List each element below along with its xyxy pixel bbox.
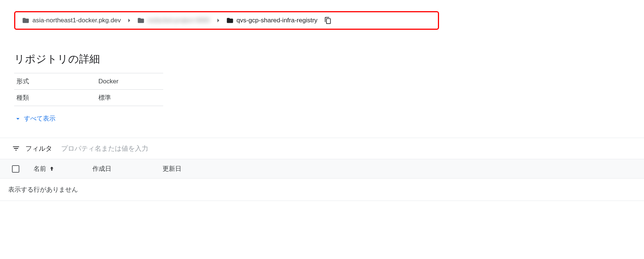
filter-label: フィルタ [25, 144, 52, 153]
chevron-right-icon [214, 17, 222, 24]
select-all-checkbox[interactable] [12, 165, 19, 173]
folder-icon [226, 17, 234, 24]
arrow-up-icon [48, 166, 55, 172]
details-row: 形式 Docker [14, 73, 163, 90]
breadcrumb: asia-northeast1-docker.pkg.dev redacted-… [14, 11, 439, 30]
filter-bar: フィルタ [0, 138, 644, 159]
details-row-value: Docker [96, 73, 163, 90]
details-row-label: 形式 [14, 73, 96, 90]
chevron-down-icon [14, 115, 22, 122]
copy-path-button[interactable] [323, 16, 332, 25]
folder-icon [137, 17, 145, 24]
details-title: リポジトリの詳細 [14, 52, 644, 66]
breadcrumb-item-project[interactable]: redacted-project-0000 [137, 17, 209, 24]
filter-input[interactable] [61, 145, 210, 153]
breadcrumb-label: qvs-gcp-shared-infra-registry [237, 17, 318, 24]
details-row-label: 種類 [14, 90, 96, 106]
breadcrumb-item-repo: qvs-gcp-shared-infra-registry [226, 17, 318, 24]
breadcrumb-item-root[interactable]: asia-northeast1-docker.pkg.dev [22, 17, 121, 24]
details-table: 形式 Docker 種類 標準 [14, 73, 163, 106]
chevron-right-icon [125, 17, 133, 24]
column-header-name[interactable]: 名前 [34, 164, 78, 173]
copy-icon [324, 17, 332, 24]
column-header-updated[interactable]: 更新日 [162, 164, 207, 173]
table-header-row: 名前 作成日 更新日 [0, 159, 644, 179]
table-empty-message: 表示する行がありません [0, 179, 644, 201]
show-all-button[interactable]: すべて表示 [14, 114, 644, 123]
details-row: 種類 標準 [14, 90, 163, 106]
column-header-created[interactable]: 作成日 [92, 164, 148, 173]
details-row-value: 標準 [96, 90, 163, 106]
folder-icon [22, 17, 29, 24]
breadcrumb-label: redacted-project-0000 [148, 17, 209, 24]
breadcrumb-label: asia-northeast1-docker.pkg.dev [32, 17, 121, 24]
filter-icon [12, 144, 20, 153]
show-all-label: すべて表示 [24, 114, 56, 123]
